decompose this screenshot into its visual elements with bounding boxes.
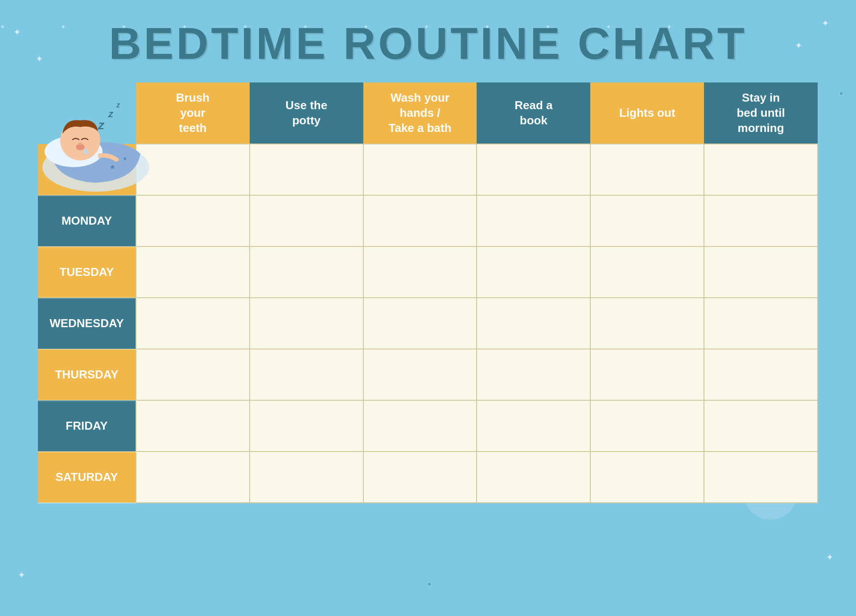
day-cell: MONDAY <box>38 195 136 246</box>
svg-text:z: z <box>116 101 120 109</box>
dot-decoration: • <box>428 580 431 589</box>
header-wash: Wash yourhands /Take a bath <box>363 82 477 144</box>
activity-cell[interactable] <box>250 298 363 349</box>
activity-cell[interactable] <box>250 400 363 452</box>
dot-decoration: • <box>840 89 843 99</box>
activity-cell[interactable] <box>250 246 363 298</box>
activity-cell[interactable] <box>590 349 704 400</box>
activity-cell[interactable] <box>704 246 818 298</box>
activity-cell[interactable] <box>250 144 363 195</box>
svg-text:★: ★ <box>123 156 128 162</box>
activity-cell[interactable] <box>136 349 250 400</box>
activity-cell[interactable] <box>704 195 818 246</box>
page-title: BEDTIME ROUTINE CHART <box>109 18 747 69</box>
svg-text:z: z <box>108 108 114 119</box>
activity-cell[interactable] <box>477 246 590 298</box>
svg-text:z: z <box>98 118 105 132</box>
illustration: ★ ★ ★ ★ z z z <box>29 65 163 198</box>
star-decoration: ✦ <box>36 53 43 64</box>
activity-cell[interactable] <box>704 452 818 503</box>
star-decoration: ✦ <box>822 18 829 29</box>
svg-point-8 <box>78 143 82 145</box>
activity-cell[interactable] <box>704 298 818 349</box>
table-row: TUESDAY <box>38 246 818 298</box>
activity-cell[interactable] <box>590 195 704 246</box>
header-stay: Stay inbed untilmorning <box>704 82 818 144</box>
activity-cell[interactable] <box>363 246 477 298</box>
activity-cell[interactable] <box>704 400 818 452</box>
activity-cell[interactable] <box>477 195 590 246</box>
table-row: FRIDAY <box>38 400 818 452</box>
day-cell: SATURDAY <box>38 452 136 503</box>
activity-cell[interactable] <box>590 452 704 503</box>
activity-cell[interactable] <box>477 144 590 195</box>
chart-container: ★ ★ ★ ★ z z z <box>38 82 818 504</box>
svg-point-12 <box>84 148 88 155</box>
star-decoration: ✦ <box>18 570 25 580</box>
activity-cell[interactable] <box>363 349 477 400</box>
activity-cell[interactable] <box>704 144 818 195</box>
activity-cell[interactable] <box>477 349 590 400</box>
day-cell: WEDNESDAY <box>38 298 136 349</box>
star-decoration: ✦ <box>13 27 21 37</box>
table-row: MONDAY <box>38 195 818 246</box>
activity-cell[interactable] <box>363 452 477 503</box>
activity-cell[interactable] <box>136 246 250 298</box>
activity-cell[interactable] <box>363 400 477 452</box>
table-row: SATURDAY <box>38 452 818 503</box>
activity-cell[interactable] <box>363 144 477 195</box>
table-row: THURSDAY <box>38 349 818 400</box>
activity-cell[interactable] <box>136 400 250 452</box>
day-cell: THURSDAY <box>38 349 136 400</box>
star-decoration: ✦ <box>826 552 834 563</box>
activity-cell[interactable] <box>477 400 590 452</box>
activity-cell[interactable] <box>704 349 818 400</box>
activity-cell[interactable] <box>477 298 590 349</box>
activity-cell[interactable] <box>590 144 704 195</box>
activity-cell[interactable] <box>136 452 250 503</box>
table-row: WEDNESDAY <box>38 298 818 349</box>
header-read: Read abook <box>477 82 590 144</box>
header-potty: Use thepotty <box>250 82 363 144</box>
activity-cell[interactable] <box>250 349 363 400</box>
activity-cell[interactable] <box>590 298 704 349</box>
day-cell: TUESDAY <box>38 246 136 298</box>
activity-cell[interactable] <box>590 400 704 452</box>
activity-cell[interactable] <box>136 298 250 349</box>
day-cell: FRIDAY <box>38 400 136 452</box>
activity-cell[interactable] <box>590 246 704 298</box>
activity-cell[interactable] <box>136 195 250 246</box>
activity-cell[interactable] <box>250 195 363 246</box>
svg-text:★: ★ <box>109 163 115 171</box>
star-decoration: ✦ <box>795 40 802 51</box>
activity-cell[interactable] <box>477 452 590 503</box>
activity-cell[interactable] <box>250 452 363 503</box>
header-lights: Lights out <box>590 82 704 144</box>
activity-cell[interactable] <box>363 298 477 349</box>
activity-cell[interactable] <box>363 195 477 246</box>
